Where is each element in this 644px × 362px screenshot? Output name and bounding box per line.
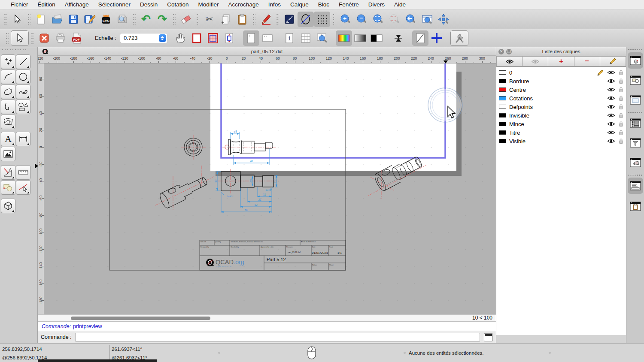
toolbar-drag-handle[interactable] xyxy=(332,13,335,25)
show-paper-borders-button[interactable] xyxy=(188,30,205,46)
shape-tool[interactable] xyxy=(16,100,30,114)
save-file-button[interactable] xyxy=(65,12,82,27)
spline-tool[interactable] xyxy=(16,84,30,99)
layer-visible-icon[interactable] xyxy=(607,130,615,135)
layer-row-1[interactable]: Bordure xyxy=(496,77,626,85)
edit-layer-button[interactable] xyxy=(600,56,626,66)
menu-infos[interactable]: Infos xyxy=(264,1,286,8)
toolbar-drag-handle[interactable] xyxy=(196,13,199,25)
circle-tool[interactable] xyxy=(16,69,30,84)
dock-drag-handle[interactable] xyxy=(628,48,643,51)
redo-button[interactable]: ↷ xyxy=(154,12,170,27)
scale-input[interactable]: 0.723 xyxy=(120,33,168,43)
line-tool[interactable] xyxy=(16,54,30,69)
pan-button[interactable] xyxy=(435,12,452,27)
close-print-preview-button[interactable] xyxy=(36,30,52,46)
page-borders-button[interactable] xyxy=(205,30,221,46)
dock-selection-filter-button[interactable] xyxy=(628,135,643,151)
remove-layer-button[interactable]: − xyxy=(574,56,600,66)
layer-visible-icon[interactable] xyxy=(607,78,615,84)
block-tool[interactable] xyxy=(1,180,15,195)
crop-marks-button[interactable] xyxy=(428,30,445,46)
copy-button[interactable] xyxy=(218,12,234,27)
dock-layer-list-button[interactable] xyxy=(628,52,643,69)
menu-edition[interactable]: Édition xyxy=(33,1,60,8)
preview-pointer-button[interactable] xyxy=(11,30,29,46)
menu-affichage[interactable]: Affichage xyxy=(60,1,94,8)
layer-visible-icon[interactable] xyxy=(607,113,615,118)
ellipse-tool[interactable] xyxy=(1,84,15,99)
undo-button[interactable]: ↶ xyxy=(138,12,154,27)
toolbar-drag-handle[interactable] xyxy=(31,32,34,44)
auto-fit-page-button[interactable] xyxy=(221,30,237,46)
linetype-display-toggle[interactable] xyxy=(298,12,314,27)
draft-tools[interactable] xyxy=(1,165,15,180)
property-pencil-button[interactable] xyxy=(258,12,274,27)
single-page-button[interactable]: 1 xyxy=(281,30,298,46)
layer-row-0[interactable]: 0 xyxy=(496,68,626,77)
layer-visible-icon[interactable] xyxy=(607,87,615,92)
zoom-previous-button[interactable] xyxy=(403,12,419,27)
toolbar-drag-handle[interactable] xyxy=(133,13,136,25)
layer-visible-icon[interactable] xyxy=(607,104,615,109)
layer-lock-icon[interactable] xyxy=(619,130,623,136)
zoom-auto-button[interactable] xyxy=(370,12,386,27)
panel-close-button[interactable]: ✕ xyxy=(498,49,504,54)
dock-clipboard-button[interactable] xyxy=(628,198,643,214)
new-file-button[interactable] xyxy=(33,12,49,27)
menu-modifier[interactable]: Modifier xyxy=(193,1,223,8)
layer-row-4[interactable]: Defpoints xyxy=(496,103,626,111)
zoom-out-button[interactable]: − xyxy=(354,12,370,27)
layer-lock-icon[interactable] xyxy=(619,95,623,101)
command-input[interactable] xyxy=(75,333,480,342)
dock-library-browser-button[interactable] xyxy=(628,154,643,171)
layer-visible-icon[interactable] xyxy=(607,139,615,144)
layer-lock-icon[interactable] xyxy=(619,138,623,144)
layer-row-2[interactable]: Centre xyxy=(496,85,626,94)
layer-visible-icon[interactable] xyxy=(607,70,615,75)
menu-divers[interactable]: Divers xyxy=(364,1,389,8)
move-paper-button[interactable] xyxy=(172,30,188,46)
solid-tool[interactable] xyxy=(1,199,15,213)
menu-bloc[interactable]: Bloc xyxy=(313,1,334,8)
draft-mode-button[interactable] xyxy=(412,30,428,46)
measure-tool[interactable] xyxy=(16,165,30,180)
toolbar-drag-handle[interactable] xyxy=(6,32,9,44)
hatch-tool[interactable] xyxy=(1,115,15,129)
toolbar-drag-handle[interactable] xyxy=(27,13,30,25)
menu-cotation[interactable]: Cotation xyxy=(162,1,193,8)
menu-accrochage[interactable]: Accrochage xyxy=(223,1,263,8)
hide-all-layers-button[interactable] xyxy=(522,56,548,66)
layer-row-8[interactable]: Visible xyxy=(496,137,626,145)
menu-fenetre[interactable]: Fenêtre xyxy=(334,1,364,8)
auto-center-button[interactable] xyxy=(390,30,407,46)
grid-toggle[interactable] xyxy=(314,12,330,27)
multiple-pages-button[interactable] xyxy=(298,30,314,46)
add-layer-button[interactable]: + xyxy=(548,56,574,66)
menu-calque[interactable]: Calque xyxy=(286,1,313,8)
layer-lock-icon[interactable] xyxy=(619,112,623,118)
layer-lock-icon[interactable] xyxy=(619,121,623,127)
open-file-button[interactable] xyxy=(49,12,65,27)
point-tool[interactable] xyxy=(1,54,15,69)
arc-tool[interactable] xyxy=(1,69,15,84)
bitmap-export-button[interactable] xyxy=(114,12,131,27)
drawing-canvas[interactable]: ø8 41 xyxy=(38,63,496,314)
zoom-in-button[interactable]: + xyxy=(337,12,354,27)
scrollbar-thumb[interactable] xyxy=(71,317,210,320)
dock-drag-handle[interactable] xyxy=(1,48,28,51)
layer-lock-icon[interactable] xyxy=(619,78,623,84)
document-tab[interactable]: part_05.12.dxf xyxy=(38,47,496,56)
menu-dessin[interactable]: Dessin xyxy=(135,1,162,8)
layer-visible-icon[interactable] xyxy=(607,121,615,127)
layer-lock-icon[interactable] xyxy=(619,104,623,110)
delete-button[interactable] xyxy=(178,12,194,27)
text-tool[interactable]: A xyxy=(1,132,15,146)
layer-lock-icon[interactable] xyxy=(619,69,623,75)
menu-aide[interactable]: Aide xyxy=(389,1,410,8)
grayscale-button[interactable] xyxy=(352,30,368,46)
lineweight-display-button[interactable] xyxy=(281,12,298,27)
modify-tool[interactable] xyxy=(16,180,30,195)
image-tool[interactable] xyxy=(1,147,15,161)
portrait-orientation-button[interactable] xyxy=(243,30,259,46)
